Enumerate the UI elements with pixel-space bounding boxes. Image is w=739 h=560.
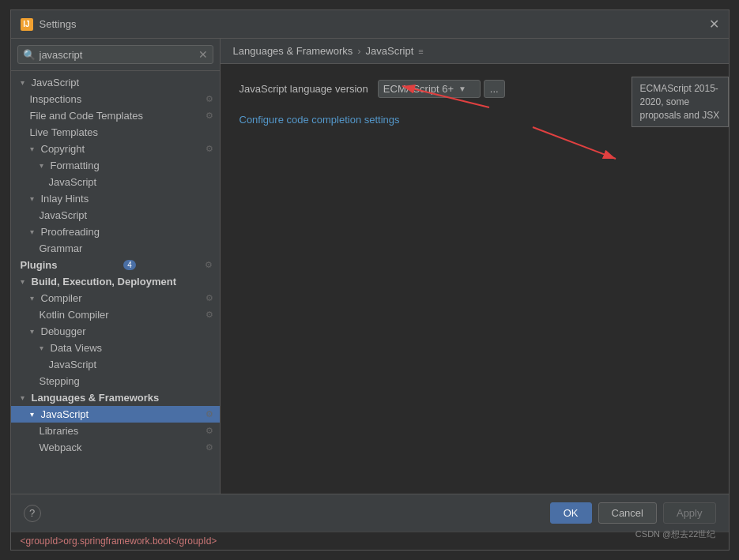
sidebar-item-copyright[interactable]: ▾ Copyright ⚙ [11,141,220,157]
tooltip-box: ECMAScript 2015-2020, some proposals and… [632,77,729,127]
help-button[interactable]: ? [24,505,41,522]
breadcrumb-part1: Languages & Frameworks [233,45,353,57]
sidebar-item-grammar[interactable]: Grammar [11,240,220,257]
sidebar-item-inspections[interactable]: Inspections ⚙ [11,91,220,107]
sidebar-item-data-views[interactable]: ▾ Data Views [11,340,220,356]
version-dropdown[interactable]: ECMAScript 6+ ▼ [378,80,481,98]
footer-right: OK Cancel Apply [550,502,716,524]
sidebar-item-label: Plugins [21,259,58,271]
collapse-icon: ▾ [30,194,38,203]
search-box: 🔍 ✕ [11,39,220,71]
footer-left: ? [24,505,41,522]
settings-icon: ⚙ [205,260,213,270]
sidebar-item-label: Data Views [51,342,103,354]
sidebar-item-build-exec-deploy[interactable]: ▾ Build, Execution, Deployment [11,273,220,290]
sidebar-item-compiler[interactable]: ▾ Compiler ⚙ [11,290,220,306]
sidebar-tree: ▾ JavaScript Inspections ⚙ File and Code… [11,71,220,494]
settings-icon: ⚙ [205,409,213,419]
settings-dialog: IJ Settings ✕ 🔍 ✕ ▾ JavaScript [10,9,730,551]
more-button[interactable]: ... [484,80,505,98]
collapse-icon: ▾ [30,227,38,236]
settings-icon: ⚙ [205,426,213,436]
sidebar-item-label: Languages & Frameworks [32,392,160,404]
search-input[interactable] [40,49,194,61]
sidebar-item-label: Stepping [40,375,80,387]
settings-icon: ⚙ [205,111,213,121]
sidebar-item-javascript-main[interactable]: ▾ JavaScript ⚙ [11,406,220,423]
sidebar-item-label: Proofreading [41,226,100,238]
sidebar-item-formatting[interactable]: ▾ Formatting [11,157,220,174]
sidebar-item-label: JavaScript [40,209,88,221]
watermark: CSDN @想去22世纪 [635,528,716,540]
settings-icon: ⚙ [205,94,213,104]
dialog-body: 🔍 ✕ ▾ JavaScript Inspections ⚙ F [11,39,729,494]
js-version-label: JavaScript language version [239,83,368,95]
sidebar-item-label: Build, Execution, Deployment [32,276,176,288]
sidebar-item-label: Debugger [41,325,86,337]
sidebar-item-stepping[interactable]: Stepping [11,373,220,389]
settings-icon: ⚙ [205,293,213,303]
sidebar-item-webpack[interactable]: Webpack ⚙ [11,439,220,456]
close-button[interactable]: ✕ [709,17,719,32]
sidebar-item-label: File and Code Templates [30,110,144,122]
search-icon: 🔍 [23,49,36,61]
breadcrumb-separator: › [357,45,360,57]
sidebar-item-label: JavaScript [32,77,80,88]
collapse-icon: ▾ [30,294,38,303]
settings-icon: ⚙ [205,144,213,154]
plugins-badge: 4 [123,260,136,270]
sidebar-item-label: Libraries [40,425,79,437]
sidebar-item-file-code-templates[interactable]: File and Code Templates ⚙ [11,107,220,124]
ok-button[interactable]: OK [550,502,592,524]
sidebar-item-debugger[interactable]: ▾ Debugger [11,323,220,340]
sidebar-item-libraries[interactable]: Libraries ⚙ [11,423,220,439]
search-clear-icon[interactable]: ✕ [198,48,208,61]
dialog-title: Settings [40,18,77,30]
sidebar-item-js-dataviews[interactable]: JavaScript [11,356,220,373]
sidebar-item-label: JavaScript [49,359,97,370]
sidebar-item-langs-frameworks[interactable]: ▾ Languages & Frameworks [11,389,220,406]
title-bar: IJ Settings ✕ [11,10,729,39]
collapse-icon: ▾ [21,78,28,87]
sidebar-item-label: Formatting [51,160,100,171]
apply-button[interactable]: Apply [663,502,716,524]
sidebar-item-label: Webpack [40,442,82,453]
main-panel: Languages & Frameworks › JavaScript ≡ Ja… [221,39,729,494]
breadcrumb-bar: Languages & Frameworks › JavaScript ≡ [221,39,729,64]
sidebar-item-label: Compiler [41,292,82,304]
collapse-icon: ▾ [40,344,47,352]
dropdown-wrap: ECMAScript 6+ ▼ ... [378,80,505,98]
sidebar-item-kotlin-compiler[interactable]: Kotlin Compiler ⚙ [11,306,220,323]
dialog-footer: ? OK Cancel Apply [11,494,729,532]
settings-icon: ⚙ [205,310,213,320]
sidebar-item-js-inlay[interactable]: JavaScript [11,207,220,224]
sidebar-item-label: Grammar [40,242,83,254]
sidebar-item-proofreading[interactable]: ▾ Proofreading [11,224,220,240]
sidebar-item-label: JavaScript [41,408,89,420]
search-wrap: 🔍 ✕ [17,45,213,64]
app-icon: IJ [21,18,33,31]
dropdown-value: ECMAScript 6+ [383,83,454,95]
configure-link[interactable]: Configure code completion settings [239,114,400,126]
sidebar-item-label: Inspections [30,93,82,105]
sidebar-item-label: Copyright [41,143,85,155]
sidebar-item-inlay-hints[interactable]: ▾ Inlay Hints [11,190,220,207]
sidebar-item-label: Live Templates [30,126,98,138]
breadcrumb-file-icon: ≡ [418,47,423,56]
sidebar-item-js-formatting[interactable]: JavaScript [11,174,220,190]
cancel-button[interactable]: Cancel [598,502,657,524]
sidebar-item-plugins[interactable]: Plugins 4 ⚙ [11,257,220,273]
settings-icon: ⚙ [205,442,213,453]
sidebar-item-label: Inlay Hints [41,193,89,205]
collapse-icon: ▾ [30,145,38,153]
collapse-icon: ▾ [40,161,47,170]
dropdown-arrow-icon: ▼ [458,85,466,93]
main-content: JavaScript language version ECMAScript 6… [221,64,729,494]
sidebar: 🔍 ✕ ▾ JavaScript Inspections ⚙ F [11,39,221,494]
bottom-bar-text: <groupId>org.springframework.boot</group… [21,536,217,547]
sidebar-item-live-templates[interactable]: Live Templates [11,124,220,141]
bottom-bar: <groupId>org.springframework.boot</group… [11,532,729,550]
svg-line-2 [533,127,616,159]
sidebar-item-label: JavaScript [49,176,97,188]
sidebar-item-javascript-top[interactable]: ▾ JavaScript [11,74,220,91]
